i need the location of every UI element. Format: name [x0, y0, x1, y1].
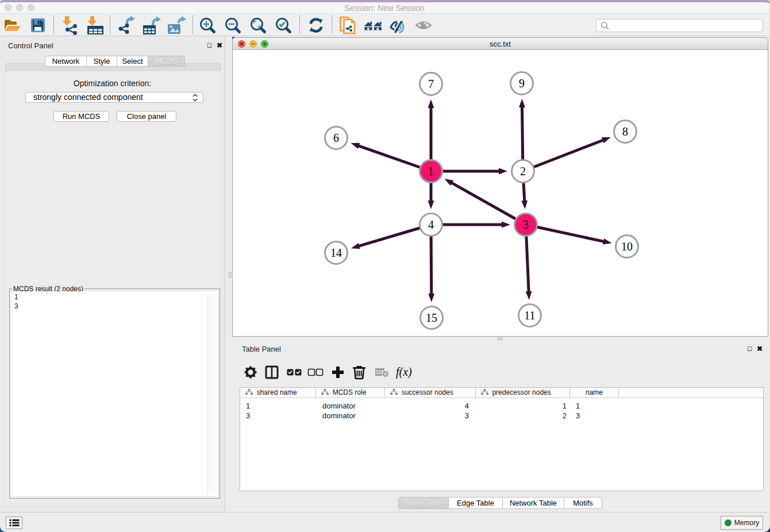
svg-text:1: 1	[428, 165, 434, 178]
svg-text:6: 6	[333, 132, 339, 144]
svg-text:7: 7	[428, 78, 434, 90]
svg-text:2: 2	[520, 165, 526, 178]
svg-text:8: 8	[622, 125, 628, 138]
svg-text:9: 9	[519, 77, 525, 90]
svg-text:3: 3	[523, 218, 529, 231]
svg-text:14: 14	[330, 246, 342, 259]
svg-text:11: 11	[524, 309, 535, 322]
svg-text:15: 15	[426, 311, 437, 324]
svg-text:f(x): f(x)	[396, 365, 412, 379]
svg-text:4: 4	[428, 218, 434, 231]
svg-text:10: 10	[621, 240, 633, 253]
